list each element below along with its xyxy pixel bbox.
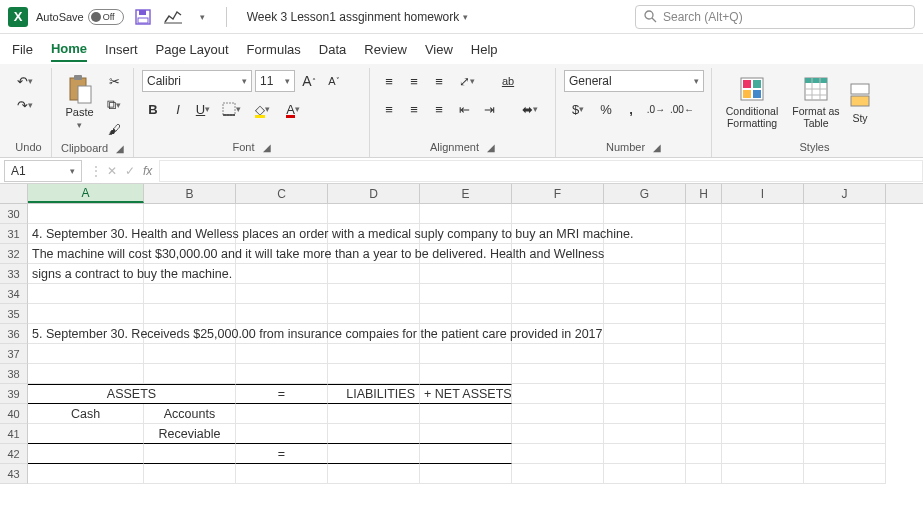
align-middle-button[interactable]: ≡ xyxy=(403,70,425,92)
name-box[interactable]: A1▾ xyxy=(4,160,82,182)
row-31[interactable]: 31 xyxy=(0,224,28,244)
align-center-button[interactable]: ≡ xyxy=(403,98,425,120)
align-right-button[interactable]: ≡ xyxy=(428,98,450,120)
number-format-combo[interactable]: General▾ xyxy=(564,70,704,92)
merge-center-button[interactable]: ⬌▾ xyxy=(516,98,544,120)
paste-button[interactable]: Paste ▾ xyxy=(60,70,99,134)
underline-button[interactable]: U▾ xyxy=(192,98,214,120)
increase-indent-button[interactable]: ⇥ xyxy=(478,98,500,120)
conditional-formatting-button[interactable]: Conditional Formatting xyxy=(720,70,784,134)
col-H[interactable]: H xyxy=(686,184,722,203)
row-39[interactable]: 39 xyxy=(0,384,28,404)
cell-A40[interactable]: Cash xyxy=(28,404,144,424)
row-38[interactable]: 38 xyxy=(0,364,28,384)
cell-A31[interactable]: 4. September 30. Health and Welless plac… xyxy=(28,224,144,244)
col-J[interactable]: J xyxy=(804,184,886,203)
clipboard-dialog-launcher[interactable]: ◢ xyxy=(116,143,124,154)
col-A[interactable]: A xyxy=(28,184,144,203)
row-43[interactable]: 43 xyxy=(0,464,28,484)
orientation-button[interactable]: ⤢▾ xyxy=(453,70,481,92)
row-36[interactable]: 36 xyxy=(0,324,28,344)
format-as-table-button[interactable]: Format as Table xyxy=(788,70,844,134)
fx-icon[interactable]: fx xyxy=(140,164,155,178)
align-bottom-button[interactable]: ≡ xyxy=(428,70,450,92)
select-all-triangle[interactable] xyxy=(0,184,28,203)
row-41[interactable]: 41 xyxy=(0,424,28,444)
font-color-button[interactable]: A▾ xyxy=(279,98,307,120)
save-icon[interactable] xyxy=(132,6,154,28)
cell-C42[interactable]: = xyxy=(236,444,328,464)
svg-rect-1 xyxy=(139,10,146,15)
cancel-formula-icon[interactable]: ✕ xyxy=(104,164,120,178)
italic-button[interactable]: I xyxy=(167,98,189,120)
document-title[interactable]: Week 3 Lesson1 assginment homework ▾ xyxy=(247,10,469,24)
enter-formula-icon[interactable]: ✓ xyxy=(122,164,138,178)
col-D[interactable]: D xyxy=(328,184,420,203)
row-42[interactable]: 42 xyxy=(0,444,28,464)
align-top-button[interactable]: ≡ xyxy=(378,70,400,92)
col-E[interactable]: E xyxy=(420,184,512,203)
col-F[interactable]: F xyxy=(512,184,604,203)
font-name-combo[interactable]: Calibri▾ xyxy=(142,70,252,92)
decrease-font-button[interactable]: A˅ xyxy=(323,70,345,92)
cell-A32[interactable]: The machine will cost $30,000.00 and it … xyxy=(28,244,144,264)
qat-customize-icon[interactable]: ▾ xyxy=(192,6,214,28)
tab-page-layout[interactable]: Page Layout xyxy=(156,38,229,61)
cell-C39[interactable]: = xyxy=(236,384,328,404)
row-33[interactable]: 33 xyxy=(0,264,28,284)
wrap-text-button[interactable]: ab xyxy=(497,70,519,92)
tab-view[interactable]: View xyxy=(425,38,453,61)
format-painter-button[interactable]: 🖌 xyxy=(103,118,125,140)
row-40[interactable]: 40 xyxy=(0,404,28,424)
col-C[interactable]: C xyxy=(236,184,328,203)
tab-review[interactable]: Review xyxy=(364,38,407,61)
col-I[interactable]: I xyxy=(722,184,804,203)
cell-A36[interactable]: 5. September 30. Receiveds $25,000.00 fr… xyxy=(28,324,144,344)
font-dialog-launcher[interactable]: ◢ xyxy=(263,142,271,153)
row-37[interactable]: 37 xyxy=(0,344,28,364)
redo-button[interactable]: ↷▾ xyxy=(14,94,36,116)
comma-style-button[interactable]: , xyxy=(620,98,642,120)
decrease-indent-button[interactable]: ⇤ xyxy=(453,98,475,120)
cell-E39[interactable]: + NET ASSETS xyxy=(420,384,512,404)
copy-button[interactable]: ⧉▾ xyxy=(103,94,125,116)
undo-button[interactable]: ↶▾ xyxy=(14,70,36,92)
chart-quick-icon[interactable] xyxy=(162,6,184,28)
cell-B41[interactable]: Receviable xyxy=(144,424,236,444)
accounting-format-button[interactable]: $▾ xyxy=(564,98,592,120)
row-35[interactable]: 35 xyxy=(0,304,28,324)
alignment-dialog-launcher[interactable]: ◢ xyxy=(487,142,495,153)
autosave-toggle[interactable]: AutoSave Off xyxy=(36,9,124,25)
tab-insert[interactable]: Insert xyxy=(105,38,138,61)
number-dialog-launcher[interactable]: ◢ xyxy=(653,142,661,153)
cut-button[interactable]: ✂ xyxy=(103,70,125,92)
cell-styles-button[interactable]: Sty xyxy=(848,70,872,134)
decrease-decimal-button[interactable]: .00← xyxy=(670,98,694,120)
bold-button[interactable]: B xyxy=(142,98,164,120)
tab-home[interactable]: Home xyxy=(51,37,87,62)
cell-D39[interactable]: LIABILITIES xyxy=(328,384,420,404)
tab-data[interactable]: Data xyxy=(319,38,346,61)
row-30[interactable]: 30 xyxy=(0,204,28,224)
tab-help[interactable]: Help xyxy=(471,38,498,61)
row-32[interactable]: 32 xyxy=(0,244,28,264)
borders-button[interactable]: ▾ xyxy=(217,98,245,120)
align-left-button[interactable]: ≡ xyxy=(378,98,400,120)
tab-formulas[interactable]: Formulas xyxy=(247,38,301,61)
search-input[interactable]: Search (Alt+Q) xyxy=(635,5,915,29)
cell-A33[interactable]: signs a contract to buy the machine. xyxy=(28,264,144,284)
cell-B40[interactable]: Accounts xyxy=(144,404,236,424)
col-B[interactable]: B xyxy=(144,184,236,203)
fill-color-button[interactable]: ◇▾ xyxy=(248,98,276,120)
percent-button[interactable]: % xyxy=(595,98,617,120)
search-icon xyxy=(644,10,657,23)
font-size-combo[interactable]: 11▾ xyxy=(255,70,295,92)
increase-decimal-button[interactable]: .0→ xyxy=(645,98,667,120)
spreadsheet-grid[interactable]: A B C D E F G H I J 30 31 4. September 3… xyxy=(0,184,923,484)
increase-font-button[interactable]: A˄ xyxy=(298,70,320,92)
col-G[interactable]: G xyxy=(604,184,686,203)
row-34[interactable]: 34 xyxy=(0,284,28,304)
tab-file[interactable]: File xyxy=(12,38,33,61)
cell-A39[interactable]: ASSETS xyxy=(28,384,236,404)
formula-input[interactable] xyxy=(159,160,923,182)
